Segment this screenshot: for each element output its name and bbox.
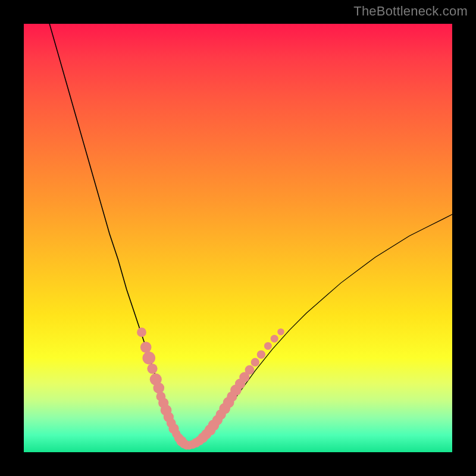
plot-area xyxy=(24,24,452,452)
marker-dot xyxy=(140,342,152,353)
marker-dot xyxy=(153,383,164,394)
frame: TheBottleneck.com xyxy=(0,0,476,476)
marker-dot xyxy=(251,358,259,367)
chart-svg xyxy=(24,24,452,452)
marker-dot xyxy=(245,365,255,375)
marker-dot xyxy=(271,335,278,343)
marker-dot xyxy=(137,327,146,337)
marker-group xyxy=(137,327,284,449)
watermark: TheBottleneck.com xyxy=(353,4,468,19)
marker-dot xyxy=(147,364,157,374)
marker-dot xyxy=(257,350,265,359)
curve-left xyxy=(49,24,186,446)
marker-dot xyxy=(264,342,272,350)
marker-dot xyxy=(277,328,284,336)
marker-dot xyxy=(142,352,155,365)
